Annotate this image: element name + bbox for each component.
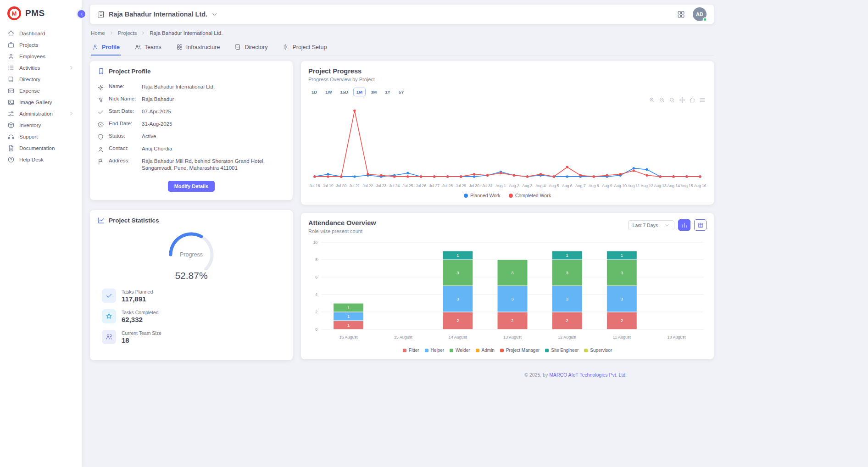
sidebar-item-projects[interactable]: Projects: [0, 39, 82, 50]
tab-project-setup[interactable]: Project Setup: [281, 39, 328, 56]
svg-text:2: 2: [621, 318, 623, 323]
profile-field-contact: Contact:Anuj Chordia: [97, 143, 285, 155]
svg-text:Aug 12: Aug 12: [640, 183, 653, 188]
sidebar-item-inventory[interactable]: Inventory: [0, 119, 82, 131]
sidebar-item-label: Expense: [19, 87, 40, 95]
progress-percent: 52.87%: [97, 270, 285, 281]
pan-icon[interactable]: [679, 97, 685, 103]
sidebar-item-help-desk[interactable]: Help Desk: [0, 154, 82, 165]
expense-icon: [7, 87, 15, 95]
tab-profile[interactable]: Profile: [91, 39, 121, 56]
legend-label: Supervisor: [590, 348, 612, 353]
sidebar-item-label: Activities: [19, 64, 40, 72]
range-3m[interactable]: 3M: [367, 88, 380, 96]
profile-field-start-date: Start Date:07-Apr-2025: [97, 106, 285, 118]
svg-text:0: 0: [315, 327, 317, 332]
zoom-in-icon[interactable]: [649, 97, 655, 103]
range-1y[interactable]: 1Y: [382, 88, 394, 96]
employees-icon: [7, 53, 15, 60]
project-progress-title: Project Progress: [308, 67, 707, 75]
tab-infrastructure[interactable]: Infrastructure: [175, 39, 221, 56]
sidebar-item-employees[interactable]: Employees: [0, 50, 82, 62]
svg-text:Jul 28: Jul 28: [442, 183, 453, 188]
profile-field-status: Status:Active: [97, 130, 285, 143]
stat-value: 62,332: [122, 316, 159, 323]
magnifier-icon[interactable]: [669, 97, 675, 103]
legend-item-completed-work[interactable]: Completed Work: [509, 193, 551, 198]
activities-icon: [7, 64, 15, 72]
legend-swatch: [403, 349, 406, 352]
range-5y[interactable]: 5Y: [395, 88, 407, 96]
tab-teams[interactable]: Teams: [134, 39, 162, 56]
legend-item-project-manager[interactable]: Project Manager: [500, 348, 540, 353]
breadcrumb-item-projects[interactable]: Projects: [118, 30, 137, 36]
project-statistics-title: Project Statistics: [97, 217, 285, 224]
tab-directory[interactable]: Directory: [234, 39, 268, 56]
svg-text:Aug 4: Aug 4: [535, 183, 546, 188]
project-profile-title: Project Profile: [97, 67, 285, 75]
legend-item-admin[interactable]: Admin: [476, 348, 495, 353]
user-avatar[interactable]: AD: [693, 7, 707, 21]
svg-text:11 August: 11 August: [613, 335, 631, 339]
modify-details-button[interactable]: Modify Details: [168, 181, 215, 192]
project-progress-card: Project Progress Progress Overview by Pr…: [301, 61, 714, 205]
svg-text:3: 3: [456, 296, 459, 301]
legend-item-fitter[interactable]: Fitter: [403, 348, 419, 353]
svg-text:4: 4: [315, 292, 317, 297]
range-1m[interactable]: 1M: [353, 88, 366, 96]
svg-text:Aug 1: Aug 1: [495, 183, 506, 188]
tab-label: Directory: [245, 44, 267, 50]
sidebar-item-activities[interactable]: Activities: [0, 62, 82, 73]
footer-company-link[interactable]: MARCO AIoT Technologies Pvt. Ltd.: [549, 372, 627, 378]
table-view-toggle[interactable]: [694, 219, 707, 231]
company-name: Raja Bahadur International Ltd.: [109, 11, 207, 18]
field-label: End Date:: [109, 121, 137, 126]
bar-view-toggle[interactable]: [678, 219, 690, 231]
profile-field-end-date: End Date:31-Aug-2025: [97, 118, 285, 130]
sidebar-collapse-button[interactable]: [76, 9, 87, 19]
legend-swatch: [500, 349, 504, 352]
legend-item-planned-work[interactable]: Planned Work: [464, 193, 501, 198]
sidebar-item-documentation[interactable]: Documentation: [0, 142, 82, 154]
company-selector[interactable]: Raja Bahadur International Ltd.: [97, 11, 218, 18]
svg-text:Jul 27: Jul 27: [429, 183, 440, 188]
svg-text:Aug 14: Aug 14: [667, 183, 679, 188]
range-1w[interactable]: 1W: [322, 88, 335, 96]
svg-text:Aug 9: Aug 9: [602, 183, 612, 188]
user-icon: [97, 146, 104, 153]
legend-item-welder[interactable]: Welder: [450, 348, 470, 353]
legend-label: Planned Work: [470, 193, 501, 198]
date-filter-select[interactable]: Last 7 Days: [628, 220, 674, 230]
profile-field-nick-name: Nick Name:Raja Bahadur: [97, 93, 285, 106]
range-1d[interactable]: 1D: [308, 88, 320, 96]
chevron-right-icon: [140, 30, 146, 36]
svg-text:14 August: 14 August: [449, 335, 467, 339]
apps-grid-icon[interactable]: [677, 10, 685, 19]
sidebar-item-support[interactable]: Support: [0, 131, 82, 142]
svg-text:3: 3: [621, 270, 623, 275]
svg-text:Jul 25: Jul 25: [402, 183, 413, 188]
sidebar-item-dashboard[interactable]: Dashboard: [0, 28, 82, 39]
tab-bar: ProfileTeamsInfrastructureDirectoryProje…: [90, 39, 714, 56]
line-chart-legend: Planned WorkCompleted Work: [308, 193, 707, 198]
dashboard-icon: [7, 30, 15, 37]
sidebar-item-administration[interactable]: Administration: [0, 108, 82, 119]
menu-icon[interactable]: [699, 97, 706, 103]
svg-text:13 August: 13 August: [503, 335, 522, 339]
legend-item-site-engineer[interactable]: Site Engineer: [545, 348, 579, 353]
stat-current-team-size: Current Team Size18: [102, 330, 285, 344]
zoom-out-icon[interactable]: [659, 97, 665, 103]
fingerprint-icon: [97, 96, 104, 103]
support-icon: [7, 133, 15, 140]
legend-item-helper[interactable]: Helper: [425, 348, 444, 353]
legend-item-supervisor[interactable]: Supervisor: [584, 348, 612, 353]
sidebar-item-directory[interactable]: Directory: [0, 73, 82, 85]
chevron-right-icon: [109, 30, 114, 36]
range-15d[interactable]: 15D: [337, 88, 351, 96]
sidebar-item-expense[interactable]: Expense: [0, 85, 82, 96]
sidebar-item-image-gallery[interactable]: Image Gallery: [0, 96, 82, 108]
svg-text:Jul 26: Jul 26: [416, 183, 426, 188]
field-label: Contact:: [109, 145, 137, 151]
home-icon[interactable]: [689, 97, 696, 103]
breadcrumb-item-home[interactable]: Home: [91, 30, 105, 36]
